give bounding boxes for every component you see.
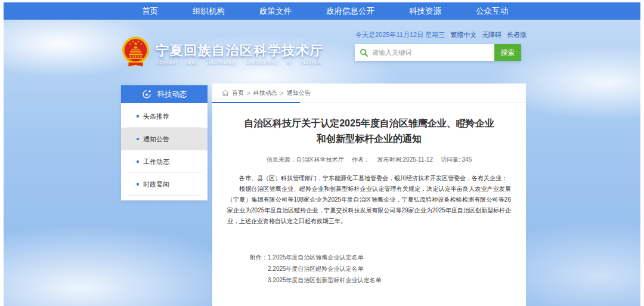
top-info-bar: 今天是2025年11月12日 星期三 繁體中文 无障碍 长者版 bbox=[355, 30, 521, 39]
breadcrumb-sci-tech-news[interactable]: 科技动态 bbox=[253, 89, 277, 97]
meta-publish-date: 发布时间:2025-11-12 bbox=[377, 156, 433, 164]
nav-item-gov-info-disclosure[interactable]: 政府信息公开 bbox=[326, 6, 374, 17]
emblem-icon: ★ ★ ★ ★ ★ bbox=[122, 60, 150, 70]
refresh-star-icon: ★ bbox=[142, 89, 151, 99]
site-title: 宁夏回族自治区科学技术厅 bbox=[156, 42, 323, 60]
link-traditional-chinese[interactable]: 繁體中文 bbox=[450, 30, 476, 39]
breadcrumb-separator: > bbox=[280, 90, 284, 97]
meta-view-count: 访问量: 345 bbox=[441, 156, 472, 164]
bullet-icon bbox=[137, 138, 139, 140]
sidebar-item-work-updates[interactable]: 工作动态 bbox=[121, 150, 208, 173]
sidebar-item-headline-recommend[interactable]: 头条推荐 bbox=[121, 105, 208, 128]
top-navbar: 首页 组织机构 政策文件 政府信息公开 科技资源 公众互动 bbox=[4, 2, 640, 20]
nav-item-policy-documents[interactable]: 政策文件 bbox=[259, 6, 292, 17]
sidebar-item-label: 工作动态 bbox=[143, 157, 169, 166]
attachment-link-eagle-list[interactable]: 1.2025年度自治区雏鹰企业认定名单 bbox=[268, 252, 382, 263]
article-paragraph: 各市、县（区）科技管理部门，宁东能源化工基地管委会，银川经济技术开发区管委会，各… bbox=[227, 173, 511, 184]
link-accessibility[interactable]: 无障碍 bbox=[482, 30, 501, 39]
meta-author: 作者： bbox=[352, 156, 370, 164]
article: 自治区科技厅关于认定2025年度自治区雏鹰企业、瞪羚企业 和创新型标杆企业的通知… bbox=[212, 116, 526, 286]
home-icon bbox=[222, 89, 229, 97]
search-input-wrap bbox=[355, 44, 494, 61]
bullet-icon bbox=[137, 183, 139, 186]
sidebar-title: 科技动态 bbox=[157, 89, 187, 100]
sidebar-item-label: 时政要闻 bbox=[143, 180, 169, 189]
article-body: 各市、县（区）科技管理部门，宁东能源化工基地管委会，银川经济技术开发区管委会，各… bbox=[227, 173, 511, 227]
nav-item-organization[interactable]: 组织机构 bbox=[193, 6, 225, 17]
sidebar-list: 头条推荐 通知公告 工作动态 时政要闻 bbox=[121, 103, 208, 196]
breadcrumb-separator: > bbox=[247, 90, 250, 97]
sidebar-item-label: 通知公告 bbox=[143, 135, 169, 144]
search-icon bbox=[360, 48, 369, 57]
article-title-line2: 和创新型标杆企业的通知 bbox=[227, 131, 511, 147]
nav-item-sci-tech-resources[interactable]: 科技资源 bbox=[409, 6, 441, 17]
article-title: 自治区科技厅关于认定2025年度自治区雏鹰企业、瞪羚企业 和创新型标杆企业的通知 bbox=[227, 116, 511, 147]
search-input[interactable] bbox=[372, 49, 490, 56]
page: 首页 组织机构 政策文件 政府信息公开 科技资源 公众互动 ★ ★ ★ ★ ★ bbox=[0, 0, 644, 306]
attachment-link-benchmark-list[interactable]: 3.2025年度自治区创新型标杆企业认定名单 bbox=[268, 274, 382, 286]
attachment-link-gazelle-list[interactable]: 2.2025年度自治区瞪羚企业认定名单 bbox=[268, 263, 382, 274]
site-subtitle-english: Science and Technology Department of Nin… bbox=[156, 59, 321, 66]
sidebar-item-label: 头条推荐 bbox=[143, 112, 169, 121]
sidebar: ★ 科技动态 头条推荐 通知公告 工作动态 时政要闻 bbox=[121, 85, 208, 200]
attachments-list: 1.2025年度自治区雏鹰企业认定名单 2.2025年度自治区瞪羚企业认定名单 … bbox=[268, 252, 382, 286]
sidebar-item-political-news[interactable]: 时政要闻 bbox=[121, 173, 208, 196]
svg-text:★: ★ bbox=[132, 40, 134, 43]
breadcrumb-notices-current: 通知公告 bbox=[287, 89, 311, 97]
breadcrumb: 首页 > 科技动态 > 通知公告 bbox=[212, 84, 526, 103]
article-paragraph: 根据自治区雏鹰企业、瞪羚企业和创新型标杆企业认定管理有关规定，决定认定半亩良人农… bbox=[227, 184, 511, 227]
main-content-panel: 首页 > 科技动态 > 通知公告 自治区科技厅关于认定2025年度自治区雏鹰企业… bbox=[212, 84, 526, 306]
svg-text:★: ★ bbox=[129, 42, 131, 45]
sidebar-item-notices[interactable]: 通知公告 bbox=[121, 128, 208, 150]
search-button[interactable]: 搜索 bbox=[494, 44, 521, 61]
link-senior-version[interactable]: 长者版 bbox=[507, 30, 527, 39]
current-date-text: 今天是2025年11月12日 星期三 bbox=[355, 30, 445, 39]
svg-text:★: ★ bbox=[140, 42, 143, 45]
sidebar-header-sci-tech-news[interactable]: ★ 科技动态 bbox=[121, 85, 208, 103]
nav-item-public-interaction[interactable]: 公众互动 bbox=[476, 6, 508, 17]
attachments-block: 附件： 1.2025年度自治区雏鹰企业认定名单 2.2025年度自治区瞪羚企业认… bbox=[250, 252, 511, 286]
svg-text:★: ★ bbox=[137, 40, 140, 43]
bullet-icon bbox=[137, 160, 139, 163]
nav-item-home[interactable]: 首页 bbox=[142, 6, 158, 17]
bullet-icon bbox=[137, 115, 139, 118]
search-bar: 搜索 bbox=[355, 44, 521, 61]
svg-text:★: ★ bbox=[144, 92, 148, 97]
meta-source: 信息来源：自治区科学技术厅 bbox=[267, 156, 344, 164]
attachments-label: 附件： bbox=[250, 252, 268, 286]
national-emblem-logo: ★ ★ ★ ★ ★ bbox=[122, 36, 150, 70]
article-title-line1: 自治区科技厅关于认定2025年度自治区雏鹰企业、瞪羚企业 bbox=[227, 116, 511, 131]
article-meta: 信息来源：自治区科学技术厅 作者： 发布时间:2025-11-12 访问量: 3… bbox=[227, 156, 511, 164]
breadcrumb-home[interactable]: 首页 bbox=[232, 89, 244, 97]
